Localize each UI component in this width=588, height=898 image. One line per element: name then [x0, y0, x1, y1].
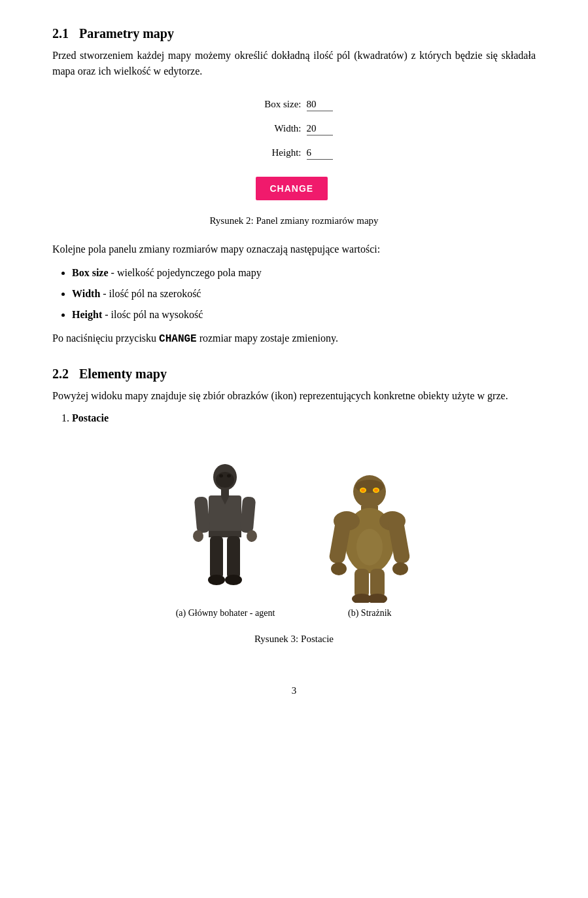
- postacie-bold: Postacie: [72, 412, 109, 423]
- svg-point-20: [361, 488, 365, 492]
- figures-wrapper: (a) Główny bohater - agent: [52, 439, 536, 660]
- figure-guard-item: (b) Strażnik: [327, 472, 412, 619]
- width-value: 20: [307, 123, 333, 135]
- figure-3-caption: Rysunek 3: Postacie: [254, 632, 334, 647]
- height-bold: Height: [72, 309, 102, 320]
- page-number: 3: [52, 685, 536, 696]
- figures-row: (a) Główny bohater - agent: [176, 459, 413, 619]
- box-size-value: 80: [307, 99, 333, 111]
- figure-agent-item: (a) Główny bohater - agent: [176, 459, 275, 619]
- agent-svg: [182, 459, 268, 603]
- panel-figure: Box size: 80 Width: 20 Height: 6 CHANGE: [52, 99, 536, 200]
- change-note: Po naciśnięciu przycisku CHANGE rozmiar …: [52, 331, 536, 347]
- box-size-row: Box size: 80: [256, 99, 333, 111]
- width-row: Width: 20: [256, 123, 333, 135]
- width-desc: - ilość pól na szerokość: [100, 288, 201, 299]
- svg-point-17: [355, 480, 384, 493]
- bullet-list: Box size - wielkość pojedynczego pola ma…: [52, 265, 536, 323]
- section-2-1-title: Parametry mapy: [79, 26, 174, 41]
- agent-subcaption: (a) Główny bohater - agent: [176, 608, 275, 619]
- section-2-2-number: 2.2: [52, 367, 69, 382]
- svg-point-21: [374, 488, 378, 492]
- section-2-2-title: Elementy mapy: [79, 367, 167, 382]
- svg-point-29: [392, 562, 408, 575]
- panel-description: Kolejne pola panelu zmiany rozmiarów map…: [52, 242, 536, 257]
- svg-rect-5: [240, 496, 256, 533]
- ordered-list: Postacie: [52, 410, 536, 426]
- guard-svg: [327, 472, 412, 603]
- section-2-2: 2.2 Elementy mapy Powyżej widoku mapy zn…: [52, 367, 536, 660]
- page-num-text: 3: [292, 685, 297, 696]
- height-desc: - ilośc pól na wysokość: [102, 309, 203, 320]
- change-note-prefix: Po naciśnięciu przycisku: [52, 332, 159, 344]
- section-2-1-number: 2.1: [52, 26, 69, 41]
- guard-figure: [327, 472, 412, 603]
- svg-point-34: [356, 529, 383, 566]
- list-item: Width - ilość pól na szerokość: [72, 286, 536, 302]
- svg-point-33: [368, 594, 387, 603]
- svg-rect-4: [194, 496, 211, 533]
- guard-subcaption: (b) Strażnik: [348, 608, 391, 619]
- box-size-desc: - wielkość pojedynczego pola mapy: [109, 267, 262, 278]
- svg-point-13: [219, 474, 223, 477]
- height-value: 6: [307, 147, 333, 160]
- panel-form: Box size: 80 Width: 20 Height: 6 CHANGE: [256, 99, 333, 200]
- svg-rect-1: [221, 489, 229, 495]
- width-bold: Width: [72, 288, 100, 299]
- change-note-keyword: CHANGE: [159, 333, 197, 345]
- svg-point-14: [227, 474, 231, 477]
- change-note-suffix: rozmiar mapy zostaje zmieniony.: [197, 332, 338, 344]
- agent-figure: [182, 459, 268, 603]
- height-row: Height: 6: [256, 147, 333, 160]
- svg-rect-9: [227, 536, 240, 579]
- box-size-bold: Box size: [72, 267, 109, 278]
- change-button[interactable]: CHANGE: [256, 177, 328, 200]
- section-2-2-intro: Powyżej widoku mapy znajduje się zbiór o…: [52, 388, 536, 404]
- svg-point-11: [225, 575, 242, 585]
- svg-rect-8: [210, 536, 223, 579]
- section-2-2-heading: 2.2 Elementy mapy: [52, 367, 536, 382]
- box-size-label: Box size:: [256, 99, 302, 110]
- svg-point-10: [208, 575, 225, 585]
- section-2-1-heading: 2.1 Parametry mapy: [52, 26, 536, 41]
- section-2-1-intro: Przed stworzeniem każdej mapy możemy okr…: [52, 48, 536, 79]
- height-label: Height:: [256, 147, 302, 158]
- svg-point-28: [331, 562, 347, 575]
- svg-point-12: [216, 472, 234, 488]
- list-item: Box size - wielkość pojedynczego pola ma…: [72, 265, 536, 281]
- list-item: Height - ilośc pól na wysokość: [72, 307, 536, 323]
- width-label: Width:: [256, 123, 302, 134]
- list-item-postacie: Postacie: [72, 410, 536, 426]
- figure-2-caption: Rysunek 2: Panel zmiany rozmiarów mapy: [52, 213, 536, 228]
